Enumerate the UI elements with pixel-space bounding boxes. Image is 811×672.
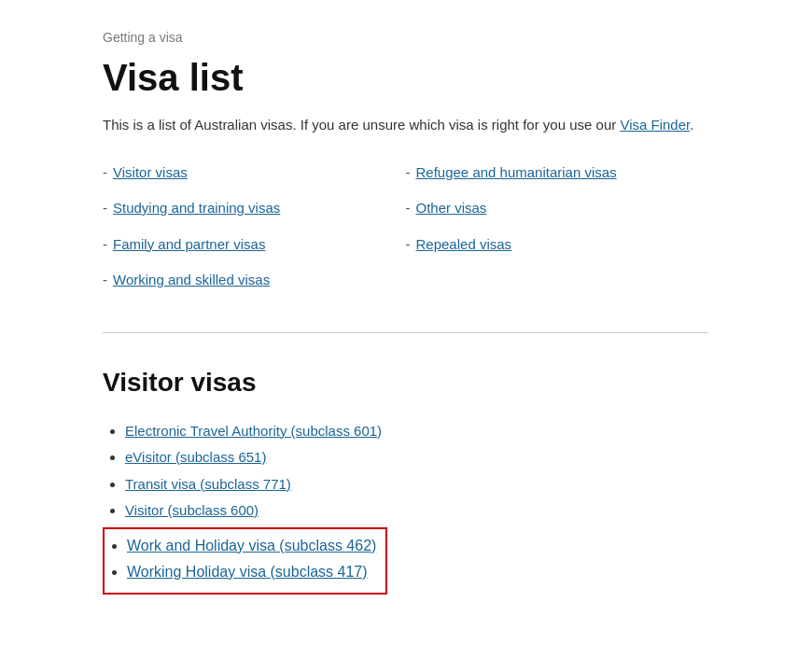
section-divider <box>103 332 708 333</box>
nav-item-working: - Working and skilled visas <box>103 270 406 291</box>
visa-nav-right-col: - Refugee and humanitarian visas - Other… <box>406 162 709 306</box>
nav-item-repealed: - Repealed visas <box>406 234 709 256</box>
dash-icon: - <box>406 198 411 219</box>
highlighted-visa-wrapper: Work and Holiday visa (subclass 462) Wor… <box>103 527 708 595</box>
list-item: Visitor (subclass 600) <box>125 500 708 522</box>
visa-link-eta-601[interactable]: Electronic Travel Authority (subclass 60… <box>125 423 382 439</box>
nav-link-visitor-visas[interactable]: Visitor visas <box>113 162 188 184</box>
nav-item-other: - Other visas <box>406 198 709 219</box>
list-item: Electronic Travel Authority (subclass 60… <box>125 421 708 442</box>
intro-paragraph: This is a list of Australian visas. If y… <box>103 115 708 136</box>
dash-icon: - <box>103 270 107 291</box>
page-title: Visa list <box>103 55 708 100</box>
nav-link-other-visas[interactable]: Other visas <box>416 198 487 219</box>
nav-link-repealed-visas[interactable]: Repealed visas <box>416 234 512 256</box>
visa-link-working-holiday-417[interactable]: Working Holiday visa (subclass 417) <box>127 564 368 580</box>
dash-icon: - <box>103 198 107 219</box>
page-container: Getting a visa Visa list This is a list … <box>0 0 811 632</box>
dash-icon: - <box>406 234 411 256</box>
nav-link-working-visas[interactable]: Working and skilled visas <box>113 270 270 291</box>
visa-link-transit-771[interactable]: Transit visa (subclass 771) <box>125 476 291 492</box>
nav-link-refugee-visas[interactable]: Refugee and humanitarian visas <box>416 162 617 184</box>
highlight-box: Work and Holiday visa (subclass 462) Wor… <box>103 527 387 595</box>
visitor-section-title: Visitor visas <box>103 363 708 402</box>
intro-text-after: . <box>690 117 693 133</box>
intro-text-before: This is a list of Australian visas. If y… <box>103 117 620 133</box>
visa-nav: - Visitor visas - Studying and training … <box>103 162 708 306</box>
list-item: Working Holiday visa (subclass 417) <box>127 561 376 583</box>
highlighted-visa-list: Work and Holiday visa (subclass 462) Wor… <box>110 535 376 583</box>
nav-item-studying: - Studying and training visas <box>103 198 406 219</box>
visa-link-evisitor-651[interactable]: eVisitor (subclass 651) <box>125 449 266 465</box>
dash-icon: - <box>103 162 107 184</box>
visa-link-visitor-600[interactable]: Visitor (subclass 600) <box>125 502 259 518</box>
nav-link-studying-visas[interactable]: Studying and training visas <box>113 198 280 219</box>
list-item: Transit visa (subclass 771) <box>125 474 708 496</box>
list-item: Work and Holiday visa (subclass 462) <box>127 535 376 557</box>
nav-item-visitor: - Visitor visas <box>103 162 406 184</box>
list-item: eVisitor (subclass 651) <box>125 447 708 469</box>
nav-link-family-visas[interactable]: Family and partner visas <box>113 234 265 256</box>
nav-item-family: - Family and partner visas <box>103 234 406 256</box>
nav-item-refugee: - Refugee and humanitarian visas <box>406 162 709 184</box>
visitor-visa-list: Electronic Travel Authority (subclass 60… <box>103 421 708 522</box>
breadcrumb: Getting a visa <box>103 28 708 48</box>
visa-nav-left-col: - Visitor visas - Studying and training … <box>103 162 406 306</box>
dash-icon: - <box>103 234 107 256</box>
visa-finder-link[interactable]: Visa Finder <box>620 117 690 133</box>
visa-link-work-holiday-462[interactable]: Work and Holiday visa (subclass 462) <box>127 538 376 553</box>
dash-icon: - <box>406 162 411 184</box>
